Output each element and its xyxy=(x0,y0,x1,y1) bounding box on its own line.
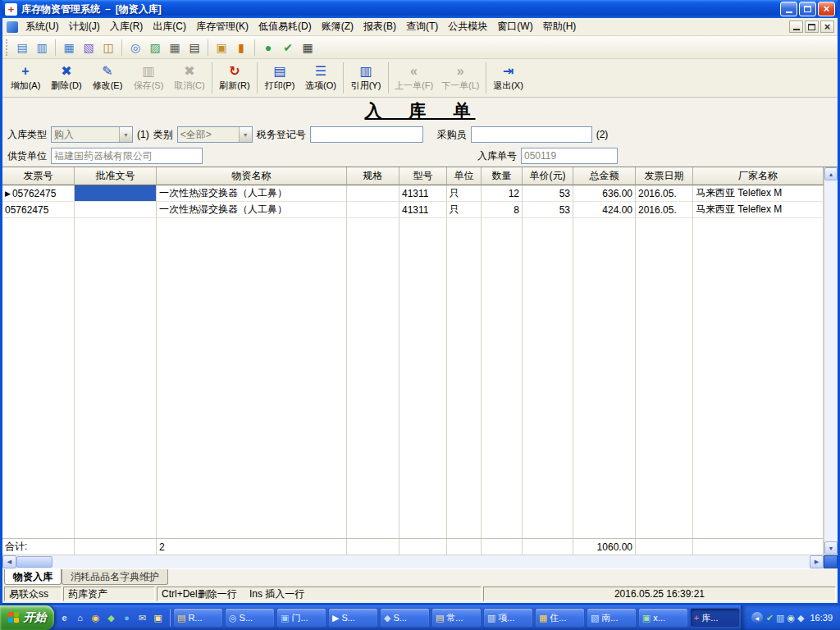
refresh-button[interactable]: ↻刷新(R) xyxy=(214,60,255,96)
messenger-icon[interactable]: ◆ xyxy=(104,610,118,625)
menu-item-11[interactable]: 帮助(H) xyxy=(538,17,582,36)
header-cell-invoice-date[interactable]: 发票日期 xyxy=(636,167,693,185)
menu-item-0[interactable]: 系统(U) xyxy=(21,17,64,36)
cell-approval-no[interactable] xyxy=(75,185,157,202)
title-bar[interactable]: 库存物资管理系统 － [物资入库] xyxy=(2,0,838,18)
supplier-input[interactable] xyxy=(51,148,203,164)
taskbar-button-window-r[interactable]: ▤R... xyxy=(173,608,223,628)
header-cell-approval-no[interactable]: 批准文号 xyxy=(75,167,157,185)
cell-invoice-date[interactable]: 2016.05. xyxy=(636,202,693,218)
taskbar-button-window-ku[interactable]: +库... xyxy=(690,608,740,628)
vertical-scrollbar[interactable] xyxy=(824,167,838,555)
tab-consumables-dictionary[interactable]: 消耗品品名字典维护 xyxy=(62,569,168,585)
taskbar-button-window-xiang[interactable]: ▥项... xyxy=(483,608,533,628)
header-cell-spec[interactable]: 规格 xyxy=(347,167,399,185)
folder-icon[interactable]: ▣ xyxy=(212,39,231,57)
child-close-button[interactable] xyxy=(820,21,834,33)
grid-icon[interactable]: ▦ xyxy=(166,39,184,57)
chart-icon[interactable]: ▨ xyxy=(146,39,164,57)
vertical-scroll-track[interactable] xyxy=(824,180,838,541)
taskbar-button-window-x[interactable]: ▣x... xyxy=(638,608,688,628)
scroll-left-icon[interactable] xyxy=(2,555,16,568)
header-cell-model[interactable]: 型号 xyxy=(399,167,447,185)
header-cell-total-amount[interactable]: 总金额 xyxy=(573,167,636,185)
header-cell-unit[interactable]: 单位 xyxy=(447,167,482,185)
header-cell-quantity[interactable]: 数量 xyxy=(482,167,523,185)
start-button[interactable]: 开始 xyxy=(0,605,54,630)
new-doc-icon[interactable]: ▤ xyxy=(13,39,31,57)
media-player-icon[interactable]: ◉ xyxy=(89,610,103,625)
minimize-button[interactable] xyxy=(780,2,797,16)
horizontal-scroll-thumb[interactable] xyxy=(16,556,52,568)
child-minimize-button[interactable] xyxy=(789,21,803,33)
options-button[interactable]: ☰选项(O) xyxy=(300,60,341,96)
header-cell-manufacturer[interactable]: 厂家名称 xyxy=(693,167,824,185)
cell-manufacturer[interactable]: 马来西亚 Teleflex M xyxy=(693,202,824,218)
cell-unit-price[interactable]: 53 xyxy=(523,185,573,202)
inbound-type-select[interactable]: 购入 xyxy=(51,126,133,143)
menu-item-5[interactable]: 低值易耗(D) xyxy=(253,17,317,36)
tab-materials-inbound[interactable]: 物资入库 xyxy=(4,569,62,585)
cell-model[interactable]: 41311 xyxy=(399,185,447,202)
menu-item-10[interactable]: 窗口(W) xyxy=(492,17,537,36)
taskbar-button-window-s2[interactable]: ▶S... xyxy=(328,608,378,628)
menu-item-4[interactable]: 库存管理(K) xyxy=(191,17,253,36)
scroll-right-icon[interactable] xyxy=(810,555,824,568)
print-icon[interactable]: ▤ xyxy=(185,39,203,57)
menu-item-1[interactable]: 计划(J) xyxy=(64,17,105,36)
exit-button[interactable]: ⇥退出(X) xyxy=(488,60,529,96)
calculator-icon[interactable]: ▦ xyxy=(299,39,317,57)
add-button[interactable]: +增加(A) xyxy=(5,60,46,96)
taskbar-button-window-s3[interactable]: ◆S... xyxy=(380,608,430,628)
cell-spec[interactable] xyxy=(347,185,399,202)
tray-chevron-icon[interactable] xyxy=(751,612,763,623)
cell-unit[interactable]: 只 xyxy=(447,202,482,218)
horizontal-scrollbar[interactable] xyxy=(2,555,838,568)
horizontal-scroll-track[interactable] xyxy=(52,555,810,568)
thermometer-icon[interactable]: ▮ xyxy=(232,39,250,57)
im-icon[interactable]: ◆ xyxy=(797,613,804,623)
cell-total-amount[interactable]: 636.00 xyxy=(573,185,636,202)
menu-item-6[interactable]: 账簿(Z) xyxy=(317,17,358,36)
taskbar-button-window-door[interactable]: ▣门... xyxy=(276,608,326,628)
child-restore-button[interactable] xyxy=(805,21,819,33)
cell-total-amount[interactable]: 424.00 xyxy=(573,202,636,218)
modules-icon[interactable]: ◫ xyxy=(99,39,117,57)
taskbar-button-window-zhu[interactable]: ▦住... xyxy=(535,608,585,628)
menu-item-2[interactable]: 入库(R) xyxy=(105,17,148,36)
show-desktop-icon[interactable]: ⌂ xyxy=(73,610,87,625)
antivirus-icon[interactable]: ✔ xyxy=(766,613,774,623)
cell-unit[interactable]: 只 xyxy=(447,185,482,202)
cell-material-name[interactable]: 一次性热湿交换器（人工鼻） xyxy=(157,202,347,218)
cell-quantity[interactable]: 8 xyxy=(482,202,523,218)
cell-quantity[interactable]: 12 xyxy=(482,185,523,202)
cell-material-name[interactable]: 一次性热湿交换器（人工鼻） xyxy=(157,185,347,202)
cell-model[interactable]: 41311 xyxy=(399,202,447,218)
order-no-input[interactable] xyxy=(521,148,618,164)
menu-item-9[interactable]: 公共模块 xyxy=(443,17,492,36)
cell-invoice-date[interactable]: 2016.05. xyxy=(636,185,693,202)
cell-approval-no[interactable] xyxy=(75,202,157,218)
mail-icon[interactable]: ✉ xyxy=(135,610,149,625)
menu-item-3[interactable]: 出库(C) xyxy=(148,17,191,36)
tax-id-input[interactable] xyxy=(310,126,423,143)
check-icon[interactable]: ✔ xyxy=(279,39,297,57)
export-doc-icon[interactable]: ▥ xyxy=(33,39,51,57)
cell-unit-price[interactable]: 53 xyxy=(523,202,573,218)
cell-invoice-no[interactable]: 05762475 xyxy=(2,202,75,218)
scroll-up-icon[interactable] xyxy=(824,167,838,180)
close-button[interactable] xyxy=(818,2,835,16)
table-view-icon[interactable]: ▦ xyxy=(60,39,78,57)
print-button[interactable]: ▤打印(P) xyxy=(259,60,300,96)
cell-manufacturer[interactable]: 马来西亚 Teleflex M xyxy=(693,185,824,202)
restore-button[interactable] xyxy=(799,2,816,16)
category-select[interactable]: <全部> xyxy=(177,126,253,143)
folder-icon[interactable]: ▣ xyxy=(151,610,165,625)
modify-button[interactable]: ✎修改(E) xyxy=(87,60,128,96)
search-icon[interactable]: ◎ xyxy=(126,39,144,57)
delete-button[interactable]: ✖删除(D) xyxy=(46,60,87,96)
volume-icon[interactable]: ◉ xyxy=(787,613,795,623)
reference-button[interactable]: ▥引用(Y) xyxy=(345,60,386,96)
browser-icon[interactable]: ● xyxy=(120,610,134,625)
taskbar-button-window-chang[interactable]: ▤常... xyxy=(431,608,482,628)
